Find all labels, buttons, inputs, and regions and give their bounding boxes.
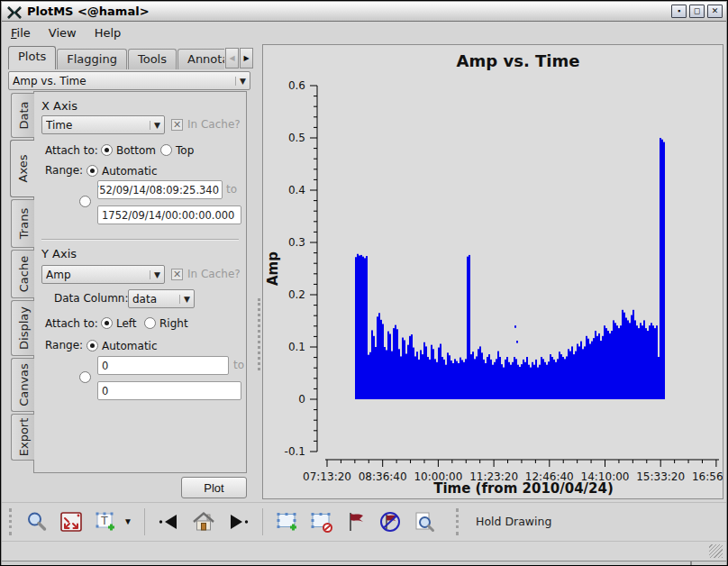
svg-text:0.2: 0.2	[288, 288, 305, 301]
data-column-label: Data Column:	[54, 292, 128, 305]
unflag-button[interactable]	[376, 507, 405, 536]
panel-splitter[interactable]	[256, 44, 262, 500]
y-attach-left-radio[interactable]	[101, 317, 113, 329]
titlebar[interactable]: PlotMS <@hamal> ▪ ◻ ✕	[2, 2, 726, 22]
side-tab-label: Cache	[16, 256, 30, 292]
x-range-custom-radio[interactable]	[79, 196, 91, 207]
side-tab-display[interactable]: Display	[11, 300, 34, 356]
svg-text:15:33:20: 15:33:20	[636, 470, 685, 483]
x-axis-heading: X Axis	[41, 99, 77, 113]
x-range-auto-label: Automatic	[102, 165, 158, 178]
zoom-icon	[25, 510, 49, 534]
resize-grip[interactable]	[709, 544, 723, 558]
flag-button[interactable]	[341, 507, 370, 536]
side-tab-label: Trans	[16, 208, 30, 239]
y-axis-combo[interactable]: Amp ▼	[41, 265, 165, 284]
menu-view[interactable]: View	[40, 24, 86, 41]
home-icon	[192, 510, 215, 534]
toolbar-drag-handle[interactable]	[456, 508, 461, 535]
maximize-button[interactable]: ◻	[689, 5, 705, 18]
x-range-auto-radio[interactable]	[86, 165, 98, 177]
status-bar	[2, 541, 726, 561]
forward-icon	[226, 510, 250, 534]
y-range-from-field[interactable]: 0	[97, 356, 229, 375]
side-tab-label: Display	[16, 306, 30, 350]
annotate-dropdown-button[interactable]: ▼	[121, 507, 135, 536]
minimize-button[interactable]: ▪	[671, 5, 687, 18]
side-tab-label: Canvas	[16, 363, 30, 406]
close-button[interactable]: ✕	[707, 5, 723, 18]
hold-drawing-label[interactable]: Hold Drawing	[476, 515, 551, 528]
axes-pane: X Axis Time ▼ ✕ In Cache? Attach to: Bot…	[33, 91, 247, 473]
window-title: PlotMS <@hamal>	[27, 5, 671, 18]
zoom-button[interactable]	[23, 507, 51, 536]
tab-scroll-left-button[interactable]: ◀	[225, 48, 239, 68]
back-button[interactable]	[155, 507, 184, 536]
tab-flagging[interactable]: Flagging	[57, 49, 127, 69]
y-range-label: Range:	[45, 339, 83, 351]
y-range-custom-radio[interactable]	[79, 371, 91, 383]
plot-canvas-panel[interactable]: Amp vs. TimeTime (from 2010/04/24)Amp0.6…	[262, 44, 723, 499]
side-tab-data[interactable]: Data	[11, 93, 34, 138]
y-in-cache-checkbox[interactable]: ✕	[171, 269, 183, 280]
clear-region-icon	[310, 510, 333, 534]
unflag-icon	[378, 510, 402, 534]
menu-help[interactable]: Help	[86, 24, 131, 41]
x-range-to-field[interactable]: 1752/09/14/00:00:00.000	[97, 205, 241, 224]
mark-region-button[interactable]	[273, 507, 302, 536]
section-divider	[41, 239, 239, 240]
y-range-auto-radio[interactable]	[86, 340, 98, 351]
plot-selector[interactable]: Amp vs. Time ▼	[8, 71, 250, 90]
y-attach-right-label: Right	[159, 317, 188, 330]
y-attach-left-label: Left	[116, 317, 137, 330]
side-tab-axes[interactable]: Axes	[10, 140, 34, 197]
tab-scroll-right-button[interactable]: ▶	[240, 48, 253, 68]
side-tab-canvas[interactable]: Canvas	[11, 358, 34, 412]
annotate-icon: T	[94, 510, 117, 534]
amp-vs-time-chart[interactable]: Amp vs. TimeTime (from 2010/04/24)Amp0.6…	[263, 45, 723, 498]
toolbar-separator	[144, 508, 145, 535]
svg-text:Amp vs. Time: Amp vs. Time	[457, 51, 580, 70]
back-icon	[158, 510, 181, 534]
data-column-combo[interactable]: data ▼	[128, 289, 195, 308]
annotate-button[interactable]: T	[91, 507, 120, 536]
side-tab-trans[interactable]: Trans	[11, 199, 34, 248]
bottom-toolbar: T▼ Hold Drawing	[2, 502, 726, 540]
side-tab-cache[interactable]: Cache	[11, 250, 34, 298]
x-in-cache-label: In Cache?	[187, 118, 241, 131]
toolbar-separator	[262, 508, 263, 535]
locate-button[interactable]	[410, 507, 439, 536]
stretch-icon	[59, 510, 83, 534]
svg-text:0.6: 0.6	[288, 79, 305, 92]
x-attach-top-radio[interactable]	[160, 144, 172, 156]
tab-annotator[interactable]: Annotator	[177, 49, 224, 69]
menubar: FileViewHelp	[2, 23, 726, 43]
x-range-from-field[interactable]: 1752/09/14/08:09:25.340	[97, 180, 223, 199]
x-axis-combo[interactable]: Time ▼	[41, 115, 165, 134]
tab-plots[interactable]: Plots	[8, 46, 56, 69]
y-range-from-value: 0	[102, 360, 108, 372]
y-axis-combo-value: Amp	[46, 269, 146, 281]
menu-file[interactable]: File	[2, 24, 40, 41]
svg-text:Amp: Amp	[265, 251, 281, 286]
x-in-cache-checkbox[interactable]: ✕	[171, 119, 183, 131]
stretch-button[interactable]	[57, 507, 86, 536]
clear-region-button[interactable]	[307, 507, 336, 536]
side-tab-export[interactable]: Export	[11, 414, 34, 461]
plotms-window: PlotMS <@hamal> ▪ ◻ ✕ FileViewHelp Plots…	[0, 0, 728, 566]
window-frame-bottom	[2, 561, 726, 566]
plot-button[interactable]: Plot	[181, 477, 247, 498]
x-attach-bottom-radio[interactable]	[101, 144, 113, 156]
y-attach-right-radio[interactable]	[144, 317, 156, 329]
svg-text:0.3: 0.3	[288, 236, 305, 249]
y-range-to-field[interactable]: 0	[97, 381, 241, 400]
svg-text:12:46:40: 12:46:40	[525, 470, 574, 483]
svg-text:0.5: 0.5	[288, 132, 305, 144]
home-button[interactable]	[189, 507, 218, 536]
tab-tools[interactable]: Tools	[128, 49, 177, 69]
y-range-to-word: to	[233, 359, 244, 371]
chevron-down-icon: ▼	[150, 121, 160, 130]
forward-button[interactable]	[223, 507, 252, 536]
toolbar-drag-handle[interactable]	[9, 508, 14, 535]
splitter-handle[interactable]	[258, 298, 260, 370]
